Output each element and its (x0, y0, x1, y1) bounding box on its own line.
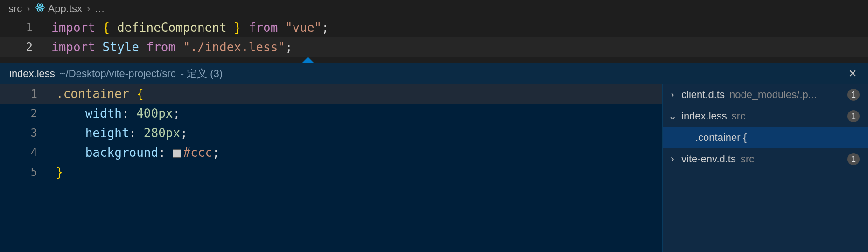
code-content[interactable]: .container { (56, 84, 144, 104)
line-number: 5 (0, 162, 56, 182)
reference-name: vite-env.d.ts (681, 153, 736, 165)
breadcrumb-item-file[interactable]: App.tsx (35, 2, 82, 15)
breadcrumb[interactable]: src › App.tsx › ... (0, 0, 868, 18)
line-number: 2 (0, 37, 51, 57)
line-number: 1 (0, 18, 51, 37)
reference-path: node_modules/.p... (729, 89, 817, 101)
code-content[interactable]: width: 400px; (56, 104, 180, 123)
reference-file[interactable]: ⌄index.lesssrc1 (663, 105, 868, 127)
reference-name: .container { (695, 132, 747, 144)
code-line[interactable]: 4 background: #ccc; (0, 143, 662, 162)
chevron-right-icon[interactable]: › (668, 89, 677, 101)
code-content[interactable]: import { defineComponent } from "vue"; (51, 18, 329, 37)
peek-file-path: ~/Desktop/vite-project/src (60, 68, 176, 80)
peek-body: 1.container {2 width: 400px;3 height: 28… (0, 84, 868, 252)
chevron-right-icon: › (87, 3, 90, 15)
count-badge: 1 (847, 89, 860, 101)
reference-path: src (741, 153, 754, 165)
peek-view: index.less ~/Desktop/vite-project/src - … (0, 63, 868, 252)
code-line[interactable]: 1.container { (0, 84, 662, 104)
chevron-right-icon: › (27, 3, 30, 15)
peek-caret-row (0, 57, 868, 63)
count-badge: 1 (847, 110, 860, 122)
breadcrumb-label: App.tsx (48, 3, 82, 15)
reference-file[interactable]: ›vite-env.d.tssrc1 (663, 148, 868, 170)
breadcrumb-label: src (8, 3, 22, 15)
code-content[interactable]: } (56, 162, 63, 182)
peek-file-name: index.less (9, 68, 55, 80)
peek-references-list[interactable]: ›client.d.tsnode_modules/.p...1⌄index.le… (662, 84, 868, 252)
code-line[interactable]: 5} (0, 162, 662, 182)
line-number: 4 (0, 143, 56, 162)
peek-header: index.less ~/Desktop/vite-project/src - … (0, 63, 868, 84)
react-icon (35, 2, 45, 15)
code-line[interactable]: 1import { defineComponent } from "vue"; (0, 18, 868, 37)
breadcrumb-item-more[interactable]: ... (95, 3, 105, 15)
editor-root: src › App.tsx › ... 1import { defineComp… (0, 0, 868, 252)
reference-file[interactable]: ›client.d.tsnode_modules/.p...1 (663, 84, 868, 105)
reference-result[interactable]: .container { (663, 127, 868, 148)
code-line[interactable]: 2 width: 400px; (0, 104, 662, 123)
color-swatch-icon[interactable] (173, 149, 181, 158)
count-badge: 1 (847, 153, 860, 165)
chevron-down-icon[interactable]: ⌄ (668, 110, 677, 122)
code-content[interactable]: background: #ccc; (56, 143, 220, 162)
code-line[interactable]: 3 height: 280px; (0, 123, 662, 143)
breadcrumb-item-src[interactable]: src (8, 3, 22, 15)
peek-code-editor[interactable]: 1.container {2 width: 400px;3 height: 28… (0, 84, 662, 252)
line-number: 2 (0, 104, 56, 123)
reference-name: client.d.ts (681, 89, 725, 101)
code-line[interactable]: 2import Style from "./index.less"; (0, 37, 868, 57)
chevron-right-icon[interactable]: › (668, 153, 677, 165)
line-number: 1 (0, 84, 56, 104)
line-number: 3 (0, 123, 56, 143)
close-icon[interactable]: ✕ (847, 66, 859, 82)
reference-name: index.less (681, 110, 727, 122)
code-content[interactable]: height: 280px; (56, 123, 188, 143)
svg-point-0 (39, 7, 41, 8)
code-editor[interactable]: 1import { defineComponent } from "vue";2… (0, 18, 868, 57)
breadcrumb-label: ... (95, 3, 105, 15)
reference-path: src (732, 110, 745, 122)
peek-caret-icon (302, 57, 314, 63)
code-content[interactable]: import Style from "./index.less"; (51, 37, 293, 57)
peek-suffix: - 定义 (3) (181, 67, 223, 81)
